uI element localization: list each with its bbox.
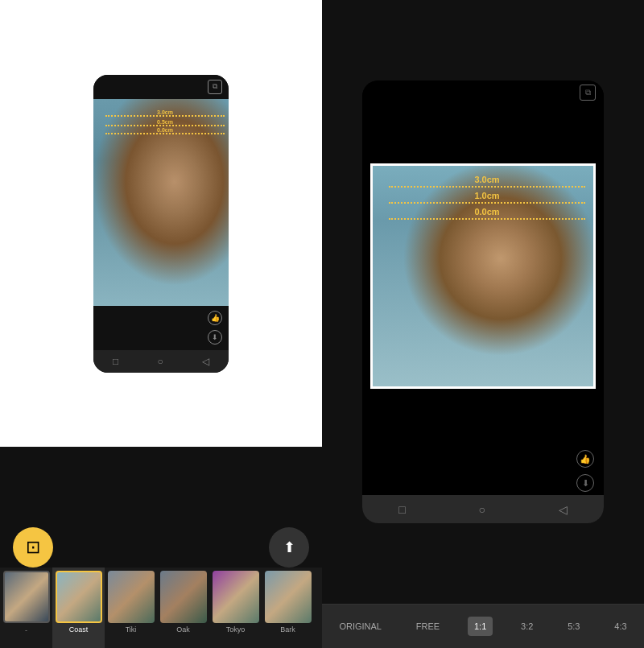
filter-thumb-bark (265, 571, 312, 623)
dotted-line-r-3 (389, 218, 585, 220)
share-icon: ⬆ (283, 539, 295, 556)
measurement-overlay-left: 3.0cm 0.5cm 0.0cm (105, 115, 225, 141)
filter-label-oak: Oak (176, 625, 190, 634)
measure-line-2: 0.5cm (105, 125, 225, 126)
nav-back-icon-left[interactable]: ◁ (202, 356, 209, 367)
measurement-overlay-right: 3.0cm 1.0cm 0.0cm (389, 186, 585, 234)
measure-label-r-3: 0.0cm (474, 207, 499, 217)
left-phone-frame: ⧉ 3.0cm 0.5cm (93, 75, 229, 373)
crop-corner-bl[interactable] (370, 373, 386, 389)
filter-thumbnails: - Coast Tiki Oak Tokyo (0, 568, 322, 648)
filter-label-bark: Bark (280, 625, 295, 634)
filter-thumb-oak (160, 571, 207, 623)
right-panel: ⧉ 3.0cm 1.0cm (322, 0, 644, 648)
crop-corner-tr[interactable] (580, 163, 596, 180)
dotted-line-r-2 (389, 202, 585, 204)
phone-image-area: 3.0cm 0.5cm 0.0cm (93, 99, 229, 306)
filter-strip: - Coast Tiki Oak Tokyo (0, 568, 322, 648)
left-preview-area: ⧉ 3.0cm 0.5cm (0, 0, 322, 447)
left-bottom-area: ⊡ ⬆ - Coast Tiki (0, 447, 322, 648)
filter-item-tiki[interactable]: Tiki (105, 568, 157, 648)
measure-label-2: 0.5cm (157, 119, 173, 125)
phone-nav-bar-left: □ ○ ◁ (93, 350, 229, 373)
like-icon-right[interactable]: 👍 (576, 450, 594, 468)
filter-item-tokyo[interactable]: Tokyo (209, 568, 262, 648)
filter-label-tokyo: Tokyo (226, 625, 246, 634)
right-preview-area: ⧉ 3.0cm 1.0cm (322, 0, 644, 604)
right-phone-top: ⧉ (362, 80, 604, 105)
aspect-4-3[interactable]: 4:3 (608, 617, 633, 636)
share-button[interactable]: ⬆ (269, 527, 309, 568)
measure-line-3: 0.0cm (105, 133, 225, 134)
copy-icon[interactable]: ⧉ (208, 80, 222, 94)
filter-item-oak[interactable]: Oak (157, 568, 209, 648)
right-phone-nav: □ ○ ◁ (362, 495, 604, 523)
dotted-line-1: 3.0cm (105, 115, 225, 117)
nav-circle-icon-right[interactable]: ○ (479, 503, 485, 516)
aspect-free[interactable]: FREE (410, 617, 446, 636)
measure-line-r-1: 3.0cm (389, 186, 585, 188)
filter-thumb-coast (56, 571, 102, 623)
measure-label-r-2: 1.0cm (474, 191, 499, 200)
nav-home-icon-left[interactable]: □ (113, 356, 118, 367)
right-phone-bottom: 👍 ⬇ (362, 447, 604, 495)
copy-icon-right[interactable]: ⧉ (580, 85, 596, 101)
aspect-original[interactable]: ORIGINAL (332, 617, 388, 636)
filter-item-bark[interactable]: Bark (262, 568, 314, 648)
measure-line-r-2: 1.0cm (389, 202, 585, 204)
crop-icon: ⊡ (26, 537, 40, 558)
crop-frame[interactable]: 3.0cm 1.0cm 0.0cm (370, 163, 596, 389)
dotted-line-3: 0.0cm (105, 133, 225, 134)
nav-circle-icon-left[interactable]: ○ (157, 356, 163, 367)
nav-back-icon-right[interactable]: ◁ (559, 503, 568, 516)
filter-item-coast[interactable]: Coast (52, 568, 105, 648)
crop-corner-br[interactable] (580, 373, 596, 389)
filter-thumb-tiki (108, 571, 155, 623)
filter-label-coast: Coast (69, 625, 89, 634)
aspect-1-1[interactable]: 1:1 (468, 617, 493, 636)
filter-label-tiki: Tiki (126, 625, 137, 634)
dotted-line-r-1 (389, 186, 585, 188)
dotted-line-2: 0.5cm (105, 125, 225, 126)
left-panel: ⧉ 3.0cm 0.5cm (0, 0, 322, 648)
measure-line-1: 3.0cm (105, 115, 225, 117)
measure-label-r-1: 3.0cm (474, 175, 499, 184)
aspect-3-2[interactable]: 3:2 (514, 617, 539, 636)
aspect-5-3[interactable]: 5:3 (561, 617, 586, 636)
like-icon-left[interactable]: 👍 (208, 311, 222, 325)
filter-thumb-tokyo (213, 571, 259, 623)
download-icon-left[interactable]: ⬇ (208, 330, 222, 345)
right-phone-frame: ⧉ 3.0cm 1.0cm (362, 80, 604, 523)
haircut-photo-right: 3.0cm 1.0cm 0.0cm (373, 166, 593, 386)
nav-home-icon-right[interactable]: □ (398, 503, 405, 516)
filter-thumb-default (3, 571, 50, 623)
measure-label-3: 0.0cm (157, 127, 173, 133)
download-icon-right[interactable]: ⬇ (576, 474, 594, 492)
crop-corner-tl[interactable] (370, 163, 386, 180)
left-controls: ⊡ ⬆ (13, 527, 309, 568)
phone-bottom-area: 👍 ⬇ (93, 306, 229, 350)
measure-line-r-3: 0.0cm (389, 218, 585, 220)
aspect-ratio-bar: ORIGINAL FREE 1:1 3:2 5:3 4:3 (322, 604, 644, 648)
right-image-container: 3.0cm 1.0cm 0.0cm (362, 105, 604, 447)
measure-label-1: 3.0cm (157, 109, 173, 115)
filter-item-default[interactable]: - (0, 568, 52, 648)
filter-label-default: - (25, 626, 27, 634)
phone-top-bar: ⧉ (93, 75, 229, 99)
crop-button[interactable]: ⊡ (13, 527, 53, 568)
